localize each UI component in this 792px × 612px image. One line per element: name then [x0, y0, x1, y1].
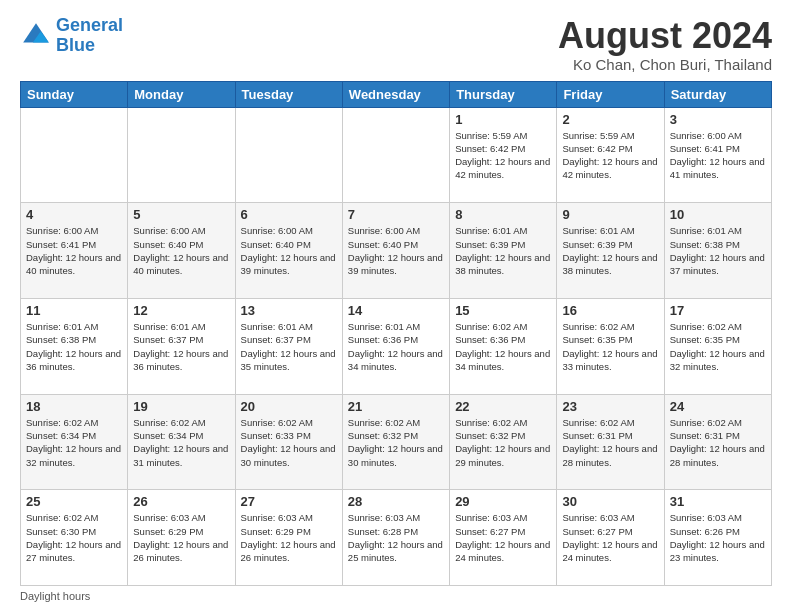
- day-number: 21: [348, 399, 444, 414]
- col-header-tuesday: Tuesday: [235, 81, 342, 107]
- day-number: 28: [348, 494, 444, 509]
- day-info: Sunrise: 6:01 AM Sunset: 6:38 PM Dayligh…: [670, 224, 766, 277]
- day-cell: 21Sunrise: 6:02 AM Sunset: 6:32 PM Dayli…: [342, 394, 449, 490]
- day-number: 18: [26, 399, 122, 414]
- day-info: Sunrise: 6:02 AM Sunset: 6:35 PM Dayligh…: [670, 320, 766, 373]
- day-cell: 29Sunrise: 6:03 AM Sunset: 6:27 PM Dayli…: [450, 490, 557, 586]
- day-number: 13: [241, 303, 337, 318]
- day-number: 14: [348, 303, 444, 318]
- day-number: 5: [133, 207, 229, 222]
- day-cell: 23Sunrise: 6:02 AM Sunset: 6:31 PM Dayli…: [557, 394, 664, 490]
- col-header-sunday: Sunday: [21, 81, 128, 107]
- day-info: Sunrise: 6:03 AM Sunset: 6:26 PM Dayligh…: [670, 511, 766, 564]
- day-number: 29: [455, 494, 551, 509]
- day-info: Sunrise: 6:01 AM Sunset: 6:39 PM Dayligh…: [455, 224, 551, 277]
- header: General Blue August 2024 Ko Chan, Chon B…: [20, 16, 772, 73]
- day-info: Sunrise: 6:01 AM Sunset: 6:37 PM Dayligh…: [241, 320, 337, 373]
- day-cell: 1Sunrise: 5:59 AM Sunset: 6:42 PM Daylig…: [450, 107, 557, 203]
- day-number: 12: [133, 303, 229, 318]
- day-cell: [235, 107, 342, 203]
- day-number: 2: [562, 112, 658, 127]
- logo-blue: Blue: [56, 35, 95, 55]
- daylight-hours-label: Daylight hours: [20, 590, 90, 602]
- day-cell: 31Sunrise: 6:03 AM Sunset: 6:26 PM Dayli…: [664, 490, 771, 586]
- day-info: Sunrise: 6:02 AM Sunset: 6:35 PM Dayligh…: [562, 320, 658, 373]
- day-cell: 22Sunrise: 6:02 AM Sunset: 6:32 PM Dayli…: [450, 394, 557, 490]
- day-cell: 10Sunrise: 6:01 AM Sunset: 6:38 PM Dayli…: [664, 203, 771, 299]
- day-info: Sunrise: 6:00 AM Sunset: 6:40 PM Dayligh…: [241, 224, 337, 277]
- day-cell: 27Sunrise: 6:03 AM Sunset: 6:29 PM Dayli…: [235, 490, 342, 586]
- day-info: Sunrise: 6:02 AM Sunset: 6:31 PM Dayligh…: [562, 416, 658, 469]
- day-info: Sunrise: 6:00 AM Sunset: 6:41 PM Dayligh…: [26, 224, 122, 277]
- day-number: 31: [670, 494, 766, 509]
- day-number: 4: [26, 207, 122, 222]
- col-header-friday: Friday: [557, 81, 664, 107]
- day-number: 3: [670, 112, 766, 127]
- day-number: 20: [241, 399, 337, 414]
- col-header-thursday: Thursday: [450, 81, 557, 107]
- day-cell: 12Sunrise: 6:01 AM Sunset: 6:37 PM Dayli…: [128, 298, 235, 394]
- day-number: 16: [562, 303, 658, 318]
- week-row-3: 11Sunrise: 6:01 AM Sunset: 6:38 PM Dayli…: [21, 298, 772, 394]
- day-cell: 30Sunrise: 6:03 AM Sunset: 6:27 PM Dayli…: [557, 490, 664, 586]
- day-cell: 28Sunrise: 6:03 AM Sunset: 6:28 PM Dayli…: [342, 490, 449, 586]
- day-info: Sunrise: 6:02 AM Sunset: 6:32 PM Dayligh…: [348, 416, 444, 469]
- day-info: Sunrise: 6:00 AM Sunset: 6:40 PM Dayligh…: [133, 224, 229, 277]
- day-cell: 19Sunrise: 6:02 AM Sunset: 6:34 PM Dayli…: [128, 394, 235, 490]
- day-info: Sunrise: 6:02 AM Sunset: 6:32 PM Dayligh…: [455, 416, 551, 469]
- week-row-4: 18Sunrise: 6:02 AM Sunset: 6:34 PM Dayli…: [21, 394, 772, 490]
- col-header-saturday: Saturday: [664, 81, 771, 107]
- day-number: 11: [26, 303, 122, 318]
- day-info: Sunrise: 6:01 AM Sunset: 6:37 PM Dayligh…: [133, 320, 229, 373]
- logo-text: General Blue: [56, 16, 123, 56]
- day-cell: 16Sunrise: 6:02 AM Sunset: 6:35 PM Dayli…: [557, 298, 664, 394]
- day-number: 30: [562, 494, 658, 509]
- day-info: Sunrise: 6:02 AM Sunset: 6:30 PM Dayligh…: [26, 511, 122, 564]
- day-cell: 11Sunrise: 6:01 AM Sunset: 6:38 PM Dayli…: [21, 298, 128, 394]
- day-cell: 25Sunrise: 6:02 AM Sunset: 6:30 PM Dayli…: [21, 490, 128, 586]
- day-info: Sunrise: 6:02 AM Sunset: 6:34 PM Dayligh…: [133, 416, 229, 469]
- calendar-header-row: SundayMondayTuesdayWednesdayThursdayFrid…: [21, 81, 772, 107]
- day-info: Sunrise: 5:59 AM Sunset: 6:42 PM Dayligh…: [562, 129, 658, 182]
- footer-note: Daylight hours: [20, 590, 772, 602]
- calendar-table: SundayMondayTuesdayWednesdayThursdayFrid…: [20, 81, 772, 586]
- day-cell: 2Sunrise: 5:59 AM Sunset: 6:42 PM Daylig…: [557, 107, 664, 203]
- day-cell: 17Sunrise: 6:02 AM Sunset: 6:35 PM Dayli…: [664, 298, 771, 394]
- day-number: 19: [133, 399, 229, 414]
- day-cell: [342, 107, 449, 203]
- day-cell: 3Sunrise: 6:00 AM Sunset: 6:41 PM Daylig…: [664, 107, 771, 203]
- day-number: 26: [133, 494, 229, 509]
- day-cell: 5Sunrise: 6:00 AM Sunset: 6:40 PM Daylig…: [128, 203, 235, 299]
- day-number: 15: [455, 303, 551, 318]
- logo-icon: [20, 20, 52, 52]
- col-header-monday: Monday: [128, 81, 235, 107]
- day-number: 17: [670, 303, 766, 318]
- day-number: 7: [348, 207, 444, 222]
- day-number: 1: [455, 112, 551, 127]
- day-cell: 9Sunrise: 6:01 AM Sunset: 6:39 PM Daylig…: [557, 203, 664, 299]
- day-number: 24: [670, 399, 766, 414]
- day-info: Sunrise: 6:01 AM Sunset: 6:39 PM Dayligh…: [562, 224, 658, 277]
- title-block: August 2024 Ko Chan, Chon Buri, Thailand: [558, 16, 772, 73]
- week-row-5: 25Sunrise: 6:02 AM Sunset: 6:30 PM Dayli…: [21, 490, 772, 586]
- day-info: Sunrise: 6:03 AM Sunset: 6:29 PM Dayligh…: [133, 511, 229, 564]
- week-row-1: 1Sunrise: 5:59 AM Sunset: 6:42 PM Daylig…: [21, 107, 772, 203]
- day-info: Sunrise: 6:02 AM Sunset: 6:34 PM Dayligh…: [26, 416, 122, 469]
- day-cell: 26Sunrise: 6:03 AM Sunset: 6:29 PM Dayli…: [128, 490, 235, 586]
- day-number: 22: [455, 399, 551, 414]
- day-cell: 24Sunrise: 6:02 AM Sunset: 6:31 PM Dayli…: [664, 394, 771, 490]
- day-cell: 4Sunrise: 6:00 AM Sunset: 6:41 PM Daylig…: [21, 203, 128, 299]
- logo: General Blue: [20, 16, 123, 56]
- day-info: Sunrise: 6:03 AM Sunset: 6:27 PM Dayligh…: [455, 511, 551, 564]
- day-cell: 6Sunrise: 6:00 AM Sunset: 6:40 PM Daylig…: [235, 203, 342, 299]
- day-info: Sunrise: 6:02 AM Sunset: 6:31 PM Dayligh…: [670, 416, 766, 469]
- day-cell: [128, 107, 235, 203]
- day-number: 8: [455, 207, 551, 222]
- day-cell: 15Sunrise: 6:02 AM Sunset: 6:36 PM Dayli…: [450, 298, 557, 394]
- page: General Blue August 2024 Ko Chan, Chon B…: [0, 0, 792, 612]
- day-info: Sunrise: 6:01 AM Sunset: 6:36 PM Dayligh…: [348, 320, 444, 373]
- day-info: Sunrise: 5:59 AM Sunset: 6:42 PM Dayligh…: [455, 129, 551, 182]
- day-cell: 8Sunrise: 6:01 AM Sunset: 6:39 PM Daylig…: [450, 203, 557, 299]
- day-number: 25: [26, 494, 122, 509]
- day-info: Sunrise: 6:03 AM Sunset: 6:29 PM Dayligh…: [241, 511, 337, 564]
